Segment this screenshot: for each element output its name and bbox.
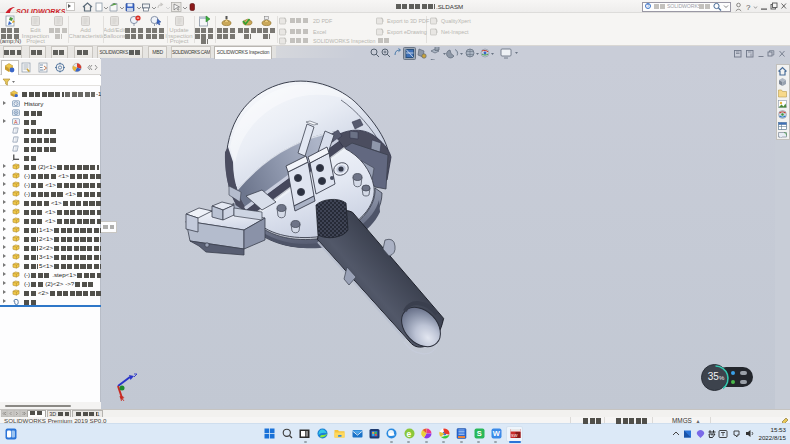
svg-text:S: S <box>476 429 481 438</box>
svg-text:e: e <box>406 429 411 439</box>
svg-text:W: W <box>492 429 500 438</box>
svg-text:A: A <box>14 118 18 124</box>
svg-text:SW: SW <box>511 433 518 438</box>
svg-text:?: ? <box>746 3 751 12</box>
